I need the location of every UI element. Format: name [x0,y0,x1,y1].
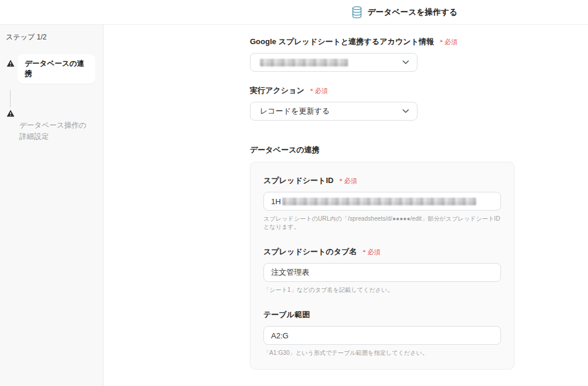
page-title: データベースを操作する [368,7,457,18]
account-label: Google スプレッドシートと連携するアカウント情報 [250,36,434,47]
spreadsheet-id-label: スプレッドシートID [263,175,333,186]
spreadsheet-id-help: スプレッドシートのURL内の「/spreadsheets/d/●●●●●/edi… [263,215,501,231]
sheet-tab-name-input[interactable] [263,263,501,282]
step-list: データベースの連携 データベース操作の詳細設定 [0,54,103,143]
database-connection-card: スプレッドシートID ＊必須 1H スプレッドシートのURL内の「/spread… [250,162,514,370]
action-label: 実行アクション [250,85,305,96]
chevron-down-icon [402,109,409,114]
sheet-tab-label: スプレッドシートのタブ名 [263,247,357,257]
required-badge: ＊必須 [309,86,328,95]
step-indicator: ステップ 1/2 [6,32,103,42]
main-content: Google スプレッドシートと連携するアカウント情報 ＊必須 実行アクション … [104,25,588,386]
action-select-value: レコードを更新する [260,106,330,117]
sidebar-step-database-connection[interactable]: データベースの連携 [18,54,95,84]
required-badge: ＊必須 [338,177,357,185]
table-range-input[interactable] [263,326,501,345]
header-title-group: データベースを操作する [351,0,457,25]
required-badge: ＊必須 [438,38,457,46]
account-select[interactable] [250,53,417,72]
step-label: データベースの連携 [25,59,84,78]
action-select[interactable]: レコードを更新する [250,102,417,121]
sidebar-step-detail-settings[interactable]: データベース操作の詳細設定 [19,120,93,143]
redacted-account-value [260,59,348,66]
database-icon [351,6,363,19]
redacted-spreadsheet-id [282,198,476,205]
spreadsheet-id-prefix: 1H [271,197,281,206]
chevron-down-icon [402,60,409,65]
warning-icon [6,109,15,117]
step-connector [10,90,11,107]
warning-icon [6,59,15,66]
table-range-label: テーブル範囲 [263,310,310,320]
step-label: データベース操作の詳細設定 [19,121,86,141]
sheet-tab-help: 「シート1」などのタブ名を記載してください。 [263,286,501,294]
table-range-help: 「A1:G30」という形式でテーブル範囲を指定してください。 [263,349,501,357]
section-title-database-connection: データベースの連携 [250,145,588,155]
spreadsheet-id-input[interactable]: 1H [263,192,501,211]
sidebar: ステップ 1/2 データベースの連携 データベース操作の詳細設定 [0,25,103,386]
required-badge: ＊必須 [361,248,380,257]
header: データベースを操作する [0,0,588,25]
